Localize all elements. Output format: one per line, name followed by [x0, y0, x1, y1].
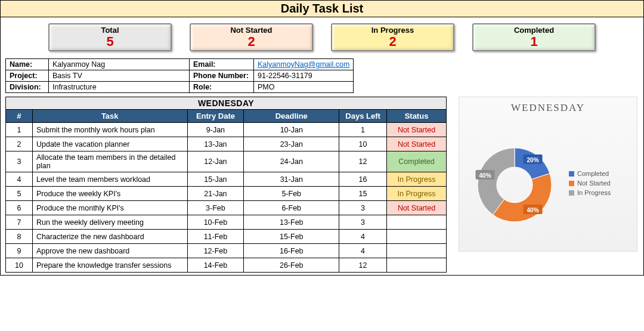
col-num[interactable]: #: [6, 110, 33, 123]
cell-entry[interactable]: 21-Jan: [187, 187, 244, 201]
svg-text:40%: 40%: [479, 172, 491, 179]
table-row[interactable]: 5Produce the weekly KPI's21-Jan5-Feb15In…: [6, 187, 447, 201]
cell-entry[interactable]: 10-Feb: [187, 215, 244, 230]
cell-task[interactable]: Allocate the team members in the detaile…: [32, 151, 187, 172]
cell-daysleft[interactable]: 10: [339, 137, 387, 151]
cell-daysleft[interactable]: 3: [339, 201, 387, 215]
legend-inprogress: In Progress: [569, 189, 611, 196]
cell-deadline[interactable]: 10-Jan: [244, 123, 339, 137]
col-daysleft[interactable]: Days Left: [339, 110, 387, 123]
table-row[interactable]: 1Submit the monthly work hours plan9-Jan…: [6, 123, 447, 137]
card-value: 5: [49, 35, 171, 50]
info-email-value[interactable]: KalyanmoyNag@gmail.com: [254, 59, 354, 70]
cell-num[interactable]: 2: [6, 137, 33, 151]
cell-daysleft[interactable]: 3: [339, 215, 387, 230]
info-phone-label: Phone Number:: [190, 70, 254, 82]
cell-task[interactable]: Produce the monthly KPI's: [32, 201, 187, 215]
cell-deadline[interactable]: 24-Jan: [244, 151, 339, 172]
cell-task[interactable]: Run the weekly delivery meeting: [32, 215, 187, 230]
card-label: Not Started: [191, 26, 312, 35]
cell-num[interactable]: 6: [6, 201, 33, 215]
cell-status[interactable]: In Progress: [387, 172, 447, 187]
summary-card-notstarted: Not Started2: [190, 23, 313, 51]
cell-deadline[interactable]: 13-Feb: [244, 215, 339, 230]
cell-daysleft[interactable]: 15: [339, 187, 387, 201]
cell-status[interactable]: [387, 258, 447, 273]
cell-task[interactable]: Update the vacation planner: [32, 137, 187, 151]
info-project-value: Basis TV: [49, 70, 190, 82]
donut-data-label: 20%: [524, 154, 543, 164]
table-row[interactable]: 2Update the vacation planner13-Jan23-Jan…: [6, 137, 447, 151]
col-task[interactable]: Task: [32, 110, 187, 123]
cell-daysleft[interactable]: 1: [339, 123, 387, 137]
cell-num[interactable]: 5: [6, 187, 33, 201]
col-status[interactable]: Status: [387, 110, 447, 123]
cell-entry[interactable]: 9-Jan: [187, 123, 244, 137]
table-row[interactable]: 9Approve the new dashboard12-Feb16-Feb4: [6, 244, 447, 258]
cell-status[interactable]: [387, 215, 447, 230]
swatch-icon: [569, 171, 574, 177]
cell-num[interactable]: 10: [6, 258, 33, 273]
summary-card-inprogress: In Progress2: [331, 23, 454, 51]
cell-status[interactable]: [387, 244, 447, 258]
cell-daysleft[interactable]: 4: [339, 230, 387, 244]
cell-deadline[interactable]: 23-Jan: [244, 137, 339, 151]
cell-deadline[interactable]: 26-Feb: [244, 258, 339, 273]
cell-status[interactable]: [387, 230, 447, 244]
cell-task[interactable]: Prepare the knowledge transfer sessions: [32, 258, 187, 273]
donut-data-label: 40%: [476, 170, 495, 180]
info-name-label: Name:: [6, 59, 49, 70]
cell-daysleft[interactable]: 16: [339, 172, 387, 187]
cell-entry[interactable]: 12-Jan: [187, 151, 244, 172]
cell-status[interactable]: Not Started: [387, 137, 447, 151]
cell-daysleft[interactable]: 4: [339, 244, 387, 258]
table-row[interactable]: 4Level the team members workload15-Jan31…: [6, 172, 447, 187]
cell-daysleft[interactable]: 12: [339, 258, 387, 273]
table-row[interactable]: 7Run the weekly delivery meeting10-Feb13…: [6, 215, 447, 230]
cell-deadline[interactable]: 31-Jan: [244, 172, 339, 187]
cell-status[interactable]: In Progress: [387, 187, 447, 201]
cell-status[interactable]: Not Started: [387, 123, 447, 137]
table-row[interactable]: 6Produce the monthly KPI's3-Feb6-Feb3Not…: [6, 201, 447, 215]
cell-status[interactable]: Completed: [387, 151, 447, 172]
legend-label: Not Started: [577, 180, 611, 187]
card-value: 2: [191, 35, 312, 50]
email-link[interactable]: KalyanmoyNag@gmail.com: [258, 60, 349, 69]
status-chart: WEDNESDAY 20%40%40% Completed Not Starte…: [459, 97, 637, 252]
col-deadline[interactable]: Deadline: [244, 110, 339, 123]
cell-task[interactable]: Produce the weekly KPI's: [32, 187, 187, 201]
cell-deadline[interactable]: 15-Feb: [244, 230, 339, 244]
col-entry[interactable]: Entry Date: [187, 110, 244, 123]
cell-entry[interactable]: 13-Jan: [187, 137, 244, 151]
swatch-icon: [569, 181, 574, 186]
swatch-icon: [569, 190, 574, 196]
cell-entry[interactable]: 11-Feb: [187, 230, 244, 244]
cell-deadline[interactable]: 5-Feb: [244, 187, 339, 201]
card-value: 1: [473, 35, 595, 50]
cell-deadline[interactable]: 16-Feb: [244, 244, 339, 258]
card-value: 2: [332, 35, 453, 50]
cell-num[interactable]: 4: [6, 172, 33, 187]
cell-num[interactable]: 1: [6, 123, 33, 137]
cell-num[interactable]: 9: [6, 244, 33, 258]
cell-task[interactable]: Approve the new dashboard: [32, 244, 187, 258]
cell-num[interactable]: 7: [6, 215, 33, 230]
cell-entry[interactable]: 14-Feb: [187, 258, 244, 273]
table-row[interactable]: 3Allocate the team members in the detail…: [6, 151, 447, 172]
cell-deadline[interactable]: 6-Feb: [244, 201, 339, 215]
cell-status[interactable]: Not Started: [387, 201, 447, 215]
cell-task[interactable]: Submit the monthly work hours plan: [32, 123, 187, 137]
cell-task[interactable]: Level the team members workload: [32, 172, 187, 187]
cell-num[interactable]: 8: [6, 230, 33, 244]
cell-task[interactable]: Characterize the new dashboard: [32, 230, 187, 244]
donut-chart: 20%40%40%: [464, 132, 565, 234]
card-label: Completed: [473, 26, 595, 35]
table-row[interactable]: 8Characterize the new dashboard11-Feb15-…: [6, 230, 447, 244]
cell-num[interactable]: 3: [6, 151, 33, 172]
cell-entry[interactable]: 15-Jan: [187, 172, 244, 187]
table-row[interactable]: 10Prepare the knowledge transfer session…: [6, 258, 447, 273]
cell-daysleft[interactable]: 12: [339, 151, 387, 172]
cell-entry[interactable]: 12-Feb: [187, 244, 244, 258]
cell-entry[interactable]: 3-Feb: [187, 201, 244, 215]
info-division-label: Division:: [6, 82, 49, 93]
